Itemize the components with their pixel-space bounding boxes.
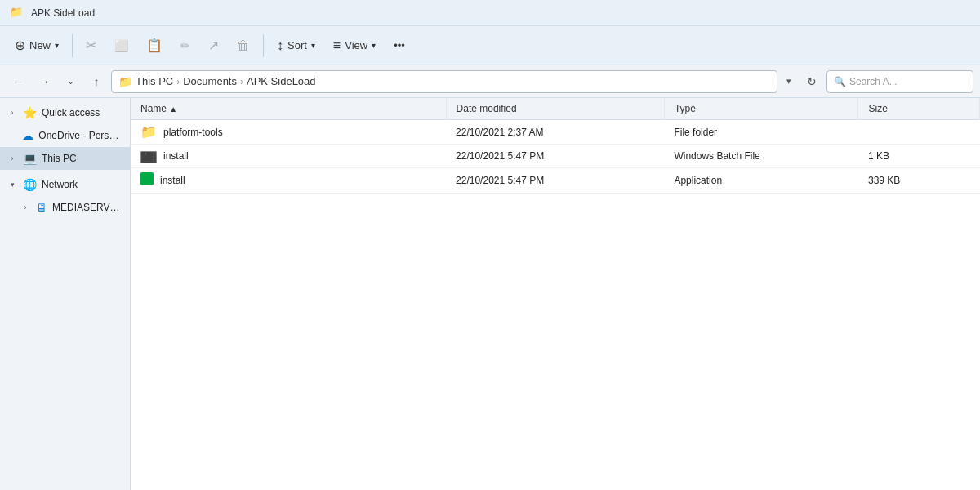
- col-header-type[interactable]: Type: [664, 98, 858, 120]
- network-expand: ▾: [7, 179, 18, 190]
- sidebar-item-quick-access[interactable]: › ⭐ Quick access: [0, 101, 130, 124]
- sidebar-item-onedrive[interactable]: ☁ OneDrive - Personal: [0, 124, 130, 147]
- breadcrumb: This PC › Documents › APK SideLoad: [136, 75, 316, 87]
- share-button[interactable]: ↗: [200, 34, 227, 57]
- file-name: install: [160, 175, 185, 186]
- file-table-header: Name Date modified Type Size: [131, 98, 980, 120]
- paste-icon: 📋: [146, 39, 163, 52]
- title-bar: 📁 APK SideLoad: [0, 0, 980, 26]
- col-header-date[interactable]: Date modified: [446, 98, 664, 120]
- col-header-size[interactable]: Size: [858, 98, 980, 120]
- search-icon: 🔍: [834, 76, 846, 87]
- main-layout: › ⭐ Quick access ☁ OneDrive - Personal ›…: [0, 98, 980, 490]
- view-label: View: [345, 39, 368, 51]
- file-type: File folder: [664, 120, 858, 145]
- cut-icon: ✂: [86, 39, 96, 52]
- table-row[interactable]: 📁 platform-tools 22/10/2021 2:37 AM File…: [131, 120, 980, 145]
- forward-button[interactable]: →: [33, 70, 56, 93]
- breadcrumb-sep-1: ›: [176, 76, 180, 87]
- view-icon: ≡: [333, 39, 341, 52]
- breadcrumb-documents[interactable]: Documents: [183, 75, 237, 87]
- thispc-expand: ›: [7, 153, 18, 164]
- sidebar-item-this-pc[interactable]: › 💻 This PC: [0, 147, 130, 170]
- sidebar: › ⭐ Quick access ☁ OneDrive - Personal ›…: [0, 98, 131, 490]
- network-icon: 🌐: [23, 178, 37, 191]
- search-box[interactable]: 🔍 Search A...: [826, 70, 973, 93]
- more-icon: •••: [394, 39, 405, 51]
- file-size: [858, 120, 980, 145]
- mediaserver-expand: ›: [20, 202, 31, 213]
- sidebar-item-mediaserver[interactable]: › 🖥 MEDIASERVER: [0, 196, 130, 219]
- sidebar-label-mediaserver: MEDIASERVER: [52, 202, 123, 213]
- file-table: Name Date modified Type Size 📁: [131, 98, 980, 194]
- copy-button[interactable]: ⬜: [106, 35, 136, 56]
- sidebar-label-network: Network: [42, 179, 78, 190]
- new-button[interactable]: ⊕ New ▾: [7, 34, 67, 57]
- sidebar-label-onedrive: OneDrive - Personal: [38, 130, 123, 141]
- breadcrumb-folder[interactable]: APK SideLoad: [247, 75, 316, 87]
- file-name: install: [163, 150, 189, 162]
- rename-icon: ✏: [180, 40, 190, 51]
- address-bar-area: ← → ⌄ ↑ 📁 This PC › Documents › APK Side…: [0, 65, 980, 98]
- file-name-cell[interactable]: ⬛ install: [131, 145, 446, 168]
- file-date: 22/10/2021 5:47 PM: [446, 145, 664, 168]
- delete-button[interactable]: 🗑: [229, 34, 258, 57]
- delete-icon: 🗑: [237, 39, 250, 52]
- more-button[interactable]: •••: [385, 34, 413, 56]
- breadcrumb-sep-2: ›: [240, 76, 243, 87]
- onedrive-expand: [7, 130, 17, 141]
- sort-button[interactable]: ↕ Sort ▾: [269, 34, 323, 57]
- file-date: 22/10/2021 5:47 PM: [446, 168, 664, 194]
- title-bar-text: APK SideLoad: [31, 7, 95, 19]
- file-name-cell[interactable]: install: [131, 168, 446, 194]
- toolbar-sep-2: [263, 34, 264, 57]
- sort-label: Sort: [287, 39, 307, 51]
- file-size: 1 KB: [858, 145, 980, 168]
- file-icon-folder: 📁: [140, 124, 157, 140]
- view-chevron-icon: ▾: [372, 41, 376, 50]
- recent-button[interactable]: ⌄: [59, 70, 82, 93]
- address-dropdown-button[interactable]: ▾: [781, 70, 797, 93]
- cut-button[interactable]: ✂: [78, 34, 105, 57]
- file-type: Application: [664, 168, 858, 194]
- file-type: Windows Batch File: [664, 145, 858, 168]
- sidebar-label-this-pc: This PC: [42, 153, 77, 164]
- copy-icon: ⬜: [114, 40, 128, 51]
- back-button[interactable]: ←: [7, 70, 29, 93]
- new-chevron-icon: ▾: [55, 41, 59, 50]
- sort-chevron-icon: ▾: [311, 41, 315, 50]
- new-icon: ⊕: [15, 39, 25, 52]
- toolbar: ⊕ New ▾ ✂ ⬜ 📋 ✏ ↗ 🗑 ↕ Sort ▾ ≡ View ▾ ••…: [0, 26, 980, 65]
- title-bar-icon: 📁: [10, 6, 24, 20]
- breadcrumb-thispc[interactable]: This PC: [136, 75, 173, 87]
- view-button[interactable]: ≡ View ▾: [325, 34, 384, 57]
- paste-button[interactable]: 📋: [138, 34, 171, 57]
- file-icon-batch: ⬛: [140, 149, 157, 163]
- sidebar-label-quick-access: Quick access: [42, 107, 100, 118]
- expand-icon: ›: [7, 107, 18, 118]
- file-area: Name Date modified Type Size 📁: [131, 98, 980, 490]
- new-label: New: [29, 39, 51, 51]
- file-size: 339 KB: [858, 168, 980, 194]
- address-folder-icon: 📁: [118, 75, 132, 88]
- refresh-button[interactable]: ↻: [800, 70, 823, 93]
- table-row[interactable]: install 22/10/2021 5:47 PM Application 3…: [131, 168, 980, 194]
- address-bar[interactable]: 📁 This PC › Documents › APK SideLoad: [111, 70, 777, 93]
- sort-icon: ↕: [277, 39, 283, 52]
- table-row[interactable]: ⬛ install 22/10/2021 5:47 PM Windows Bat…: [131, 145, 980, 168]
- toolbar-sep-1: [72, 34, 73, 57]
- mediaserver-icon: 🖥: [36, 201, 47, 214]
- share-icon: ↗: [208, 39, 219, 52]
- quick-access-icon: ⭐: [23, 106, 37, 119]
- file-date: 22/10/2021 2:37 AM: [446, 120, 664, 145]
- onedrive-icon: ☁: [22, 129, 33, 142]
- sidebar-item-network[interactable]: ▾ 🌐 Network: [0, 173, 130, 196]
- thispc-icon: 💻: [23, 152, 37, 165]
- up-button[interactable]: ↑: [85, 70, 108, 93]
- col-header-name[interactable]: Name: [131, 98, 446, 120]
- file-list-body: 📁 platform-tools 22/10/2021 2:37 AM File…: [131, 120, 980, 194]
- file-name: platform-tools: [163, 127, 223, 138]
- search-placeholder: Search A...: [849, 76, 898, 87]
- rename-button[interactable]: ✏: [172, 35, 198, 56]
- file-name-cell[interactable]: 📁 platform-tools: [131, 120, 446, 145]
